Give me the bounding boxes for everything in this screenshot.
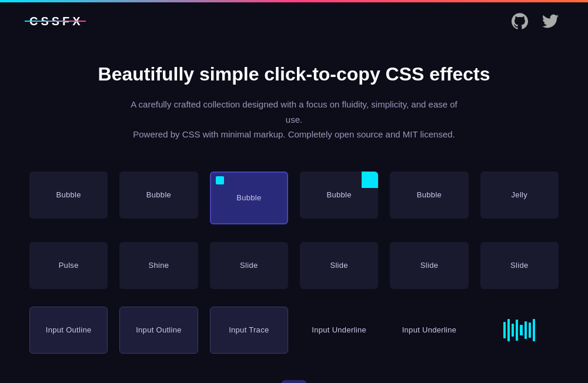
barcode-icon (503, 320, 535, 341)
effect-label: Jelly (512, 190, 528, 199)
effect-label: Bubble (146, 190, 171, 199)
logo-text: CSSFX (29, 15, 83, 28)
effect-card-input-underline-2[interactable]: Input Underline (390, 307, 468, 354)
effect-label: Input Outline (136, 325, 182, 334)
effect-card-slide-1[interactable]: Slide (210, 242, 288, 289)
header: CSSFX (0, 2, 588, 40)
effects-grid-row3: Input Outline Input Outline Input Trace … (0, 307, 588, 371)
effect-card-barcode[interactable] (480, 307, 559, 354)
effect-label: Bubble (56, 190, 81, 199)
header-icons (512, 13, 559, 29)
cyan-corner (362, 172, 378, 188)
effect-label: Input Underline (312, 325, 366, 334)
effect-card-input-outline-2[interactable]: Input Outline (119, 307, 198, 354)
bar-7 (529, 322, 531, 338)
effect-card-slide-4[interactable]: Slide (480, 242, 559, 289)
effect-label: Slide (510, 261, 528, 270)
github-link[interactable] (512, 13, 528, 29)
effect-label: Pulse (59, 261, 79, 270)
twitter-icon (542, 13, 559, 29)
effect-card-slide-3[interactable]: Slide (390, 242, 468, 289)
hero-title: Beautifully simple click-to-copy CSS eff… (12, 63, 576, 85)
bar-3 (512, 324, 514, 337)
effect-label: Bubble (417, 190, 442, 199)
back-to-top-button[interactable] (281, 380, 307, 384)
effect-card-slide-2[interactable]: Slide (300, 242, 378, 289)
twitter-link[interactable] (542, 13, 559, 29)
hero-description: A carefully crafted collection designed … (129, 97, 459, 142)
effect-label: Input Trace (229, 325, 269, 334)
bar-6 (524, 321, 527, 339)
effect-card-input-trace[interactable]: Input Trace (210, 307, 288, 354)
effect-label: Bubble (236, 193, 261, 202)
effects-grid-row1: Bubble Bubble Bubble Bubble Bubble Jelly (0, 160, 588, 242)
bubble-corner-accent (216, 176, 224, 184)
effect-card-jelly[interactable]: Jelly (480, 172, 559, 219)
effect-card-bubble-4[interactable]: Bubble (300, 172, 378, 219)
effect-label: Slide (420, 261, 438, 270)
effect-card-bubble-1[interactable]: Bubble (29, 172, 108, 219)
effect-card-pulse[interactable]: Pulse (29, 242, 108, 289)
effect-card-shine[interactable]: Shine (119, 242, 198, 289)
bar-5 (520, 325, 523, 335)
bar-2 (507, 319, 510, 341)
effect-card-bubble-2[interactable]: Bubble (119, 172, 198, 219)
bar-4 (516, 320, 518, 341)
bar-8 (533, 319, 535, 341)
effect-card-bubble-5[interactable]: Bubble (390, 172, 468, 219)
bar-1 (503, 322, 506, 338)
effect-label: Bubble (327, 190, 352, 199)
effect-label: Slide (330, 261, 348, 270)
logo[interactable]: CSSFX (29, 15, 83, 28)
back-to-top-section (0, 371, 588, 384)
effect-label: Input Outline (46, 325, 92, 334)
effects-grid-row2: Pulse Shine Slide Slide Slide Slide (0, 242, 588, 307)
effect-card-bubble-3-featured[interactable]: Bubble (210, 172, 288, 224)
hero-section: Beautifully simple click-to-copy CSS eff… (0, 40, 588, 160)
effect-card-input-outline-1[interactable]: Input Outline (29, 307, 108, 354)
github-icon (512, 13, 528, 29)
effect-label: Shine (149, 261, 169, 270)
effect-card-input-underline-1[interactable]: Input Underline (300, 307, 378, 354)
effect-label: Slide (240, 261, 258, 270)
effect-label: Input Underline (402, 325, 457, 334)
